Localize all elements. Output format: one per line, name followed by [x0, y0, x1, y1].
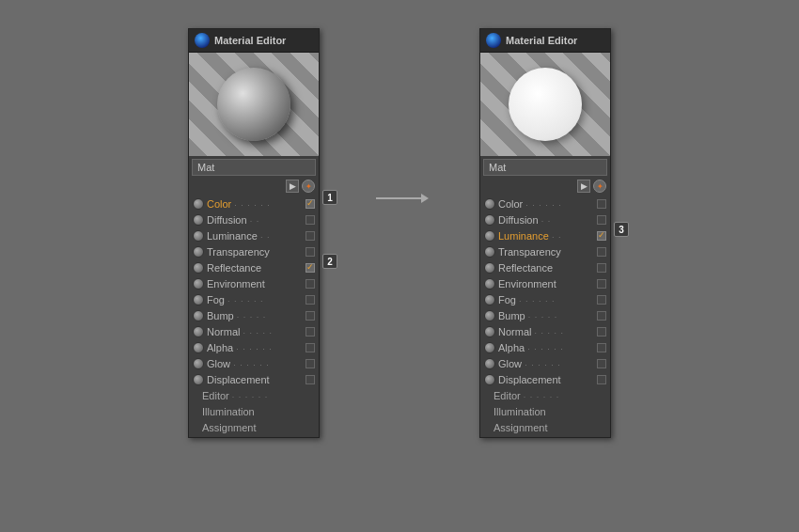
right-label-normal: Normal · · · · ·	[498, 326, 594, 337]
right-channel-environment[interactable]: Environment	[480, 275, 610, 291]
right-sq-displacement[interactable]	[597, 375, 606, 384]
right-check-luminance[interactable]: ✓	[597, 231, 606, 241]
left-dot-normal	[193, 326, 204, 337]
badge-2: 2	[322, 254, 337, 269]
right-toolbar-arrow-btn[interactable]: ▶	[577, 180, 590, 193]
right-sq-environment[interactable]	[597, 279, 606, 289]
right-preview-area	[480, 53, 610, 156]
left-toolbar-arrow-btn[interactable]: ▶	[286, 180, 299, 193]
right-sq-color[interactable]	[597, 199, 606, 209]
left-dot-color	[193, 198, 204, 210]
right-dot-transparency	[484, 246, 495, 258]
right-name-bar[interactable]: Mat	[483, 159, 607, 176]
right-sub-assignment[interactable]: Assignment	[480, 419, 610, 435]
left-check-color[interactable]: ✓	[306, 199, 315, 209]
right-sub-label-illumination: Illumination	[494, 406, 546, 417]
left-dot-displacement	[193, 374, 204, 385]
left-channel-reflectance[interactable]: Reflectance ✓ 2	[189, 259, 319, 275]
right-label-fog: Fog · · · · · ·	[498, 294, 594, 305]
main-container: Material Editor Mat ▶ ✦	[0, 0, 799, 438]
left-sq-fog[interactable]	[306, 295, 315, 305]
right-channel-alpha[interactable]: Alpha · · · · · ·	[480, 339, 610, 355]
left-titlebar: Material Editor	[189, 29, 319, 53]
left-name-bar[interactable]: Mat	[192, 159, 316, 176]
left-sub-assignment[interactable]: Assignment	[189, 419, 319, 435]
left-sub-label-editor: Editor · · · · · ·	[202, 390, 268, 401]
right-sq-glow[interactable]	[597, 359, 606, 368]
right-channel-displacement[interactable]: Displacement	[480, 371, 610, 387]
left-label-environment: Environment	[207, 278, 303, 289]
left-sq-glow[interactable]	[306, 359, 315, 368]
left-dot-diffusion	[193, 214, 204, 226]
right-sub-editor[interactable]: Editor · · · · · ·	[480, 387, 610, 403]
right-channel-glow[interactable]: Glow · · · · · ·	[480, 355, 610, 371]
right-dot-displacement	[484, 374, 495, 385]
right-label-diffusion: Diffusion · ·	[498, 214, 594, 226]
left-channel-luminance[interactable]: Luminance · ·	[189, 227, 319, 243]
left-sub-illumination[interactable]: Illumination	[189, 403, 319, 419]
right-channel-normal[interactable]: Normal · · · · ·	[480, 323, 610, 339]
left-dot-transparency	[193, 246, 204, 258]
right-editor-icon	[486, 33, 501, 48]
left-channel-environment[interactable]: Environment	[189, 275, 319, 291]
right-label-transparency: Transparency	[498, 246, 594, 258]
right-sq-bump[interactable]	[597, 311, 606, 321]
left-channel-glow[interactable]: Glow · · · · · ·	[189, 355, 319, 371]
right-channel-bump[interactable]: Bump · · · · ·	[480, 307, 610, 323]
left-dot-luminance	[193, 230, 204, 242]
left-channel-diffusion[interactable]: Diffusion · ·	[189, 211, 319, 227]
left-channel-fog[interactable]: Fog · · · · · ·	[189, 291, 319, 307]
left-sq-alpha[interactable]	[306, 343, 315, 352]
right-sq-diffusion[interactable]	[597, 215, 606, 225]
right-channel-list: Color · · · · · · Diffusion · · Luminanc…	[480, 194, 610, 437]
right-label-displacement: Displacement	[498, 374, 594, 385]
left-channel-bump[interactable]: Bump · · · · ·	[189, 307, 319, 323]
right-sq-transparency[interactable]	[597, 247, 606, 257]
left-label-luminance: Luminance · ·	[207, 230, 303, 242]
left-editor-icon	[195, 33, 210, 48]
left-channel-normal[interactable]: Normal · · · · ·	[189, 323, 319, 339]
right-label-reflectance: Reflectance	[498, 262, 594, 274]
left-toolbar-circle-btn[interactable]: ✦	[302, 180, 315, 193]
left-sq-environment[interactable]	[306, 279, 315, 289]
right-channel-transparency[interactable]: Transparency	[480, 243, 610, 259]
right-dot-glow	[484, 358, 495, 369]
badge-1: 1	[322, 190, 337, 205]
right-dot-reflectance	[484, 262, 495, 274]
left-sq-diffusion[interactable]	[306, 215, 315, 225]
right-toolbar-circle-btn[interactable]: ✦	[593, 180, 606, 193]
right-sub-illumination[interactable]: Illumination	[480, 403, 610, 419]
left-sq-transparency[interactable]	[306, 247, 315, 257]
left-sq-displacement[interactable]	[306, 375, 315, 384]
left-channel-displacement[interactable]: Displacement	[189, 371, 319, 387]
left-sq-luminance[interactable]	[306, 231, 315, 241]
left-channel-alpha[interactable]: Alpha · · · · · ·	[189, 339, 319, 355]
right-label-alpha: Alpha · · · · · ·	[498, 342, 594, 353]
right-sq-alpha[interactable]	[597, 343, 606, 352]
right-dot-normal	[484, 326, 495, 337]
right-sq-reflectance[interactable]	[597, 263, 606, 273]
right-sq-fog[interactable]	[597, 295, 606, 305]
right-channel-fog[interactable]: Fog · · · · · ·	[480, 291, 610, 307]
right-editor-title: Material Editor	[506, 35, 577, 46]
left-dot-environment	[193, 278, 204, 289]
right-channel-diffusion[interactable]: Diffusion · ·	[480, 211, 610, 227]
left-sq-bump[interactable]	[306, 311, 315, 321]
right-label-bump: Bump · · · · ·	[498, 310, 594, 321]
right-sub-label-editor: Editor · · · · · ·	[494, 390, 559, 401]
left-channel-color[interactable]: Color · · · · · · ✓ 1	[189, 196, 319, 211]
left-sq-normal[interactable]	[306, 327, 315, 336]
left-sub-editor[interactable]: Editor · · · · · ·	[189, 387, 319, 403]
left-channel-transparency[interactable]: Transparency	[189, 243, 319, 259]
left-check-reflectance[interactable]: ✓	[306, 263, 315, 273]
right-sq-normal[interactable]	[597, 327, 606, 336]
right-label-glow: Glow · · · · · ·	[498, 358, 594, 369]
right-dot-diffusion	[484, 214, 495, 226]
left-dot-bump	[193, 310, 204, 321]
left-label-displacement: Displacement	[207, 374, 303, 385]
left-channel-list: Color · · · · · · ✓ 1 Diffusion · · Lumi…	[189, 194, 319, 437]
left-dot-fog	[193, 294, 204, 305]
right-channel-reflectance[interactable]: Reflectance	[480, 259, 610, 275]
right-channel-color[interactable]: Color · · · · · ·	[480, 196, 610, 211]
right-channel-luminance[interactable]: Luminance · · ✓ 3	[480, 227, 610, 243]
